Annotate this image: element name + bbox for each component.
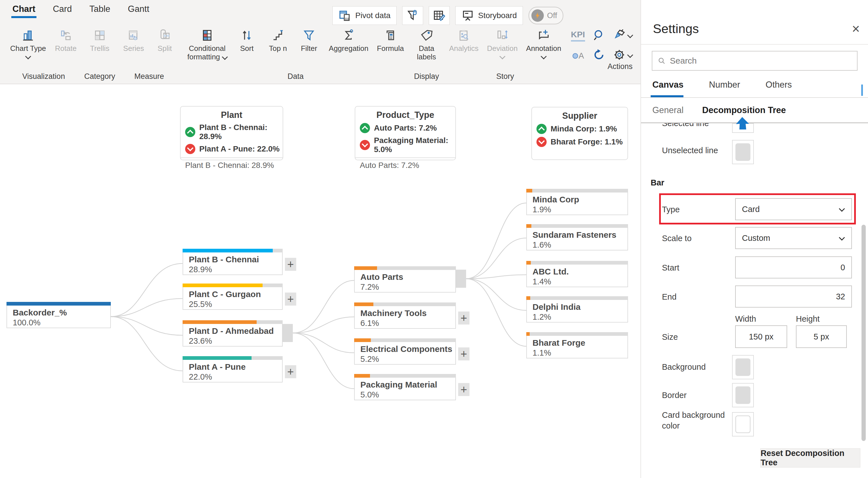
tree-node-packaging-material[interactable]: Packaging Material 5.0%	[354, 374, 456, 400]
node-bar	[526, 189, 532, 192]
tree-node-machinery-tools[interactable]: Machinery Tools 6.1%	[354, 302, 456, 329]
node-label: Plant A - Pune	[189, 362, 282, 372]
summary-card-supplier[interactable]: Supplier Minda Corp: 1.9% Bharat Forge: …	[531, 107, 628, 160]
bar-section-header: Bar	[651, 178, 664, 187]
tab-canvas[interactable]: Canvas	[652, 80, 683, 90]
summary-up-text: Auto Parts: 7.2%	[374, 123, 437, 132]
panel-scrollbar[interactable]	[862, 225, 866, 441]
collapse-handle[interactable]	[456, 270, 466, 288]
node-bar	[354, 302, 373, 306]
tree-node-root[interactable]: Backorder_% 100.0%	[6, 302, 111, 328]
size-label: Size	[662, 332, 678, 342]
tree-node-minda-corp[interactable]: Minda Corp 1.9%	[526, 189, 628, 215]
reset-button-label: Reset Decomposition Tree	[761, 449, 860, 467]
width-value: 150 px	[749, 332, 773, 341]
node-value: 6.1%	[360, 319, 455, 328]
node-label: Machinery Tools	[360, 308, 455, 318]
tree-node-bharat-forge[interactable]: Bharat Forge 1.1%	[526, 332, 628, 358]
divider	[181, 157, 283, 158]
settings-search-input[interactable]: Search	[652, 51, 858, 71]
reset-decomposition-tree-button[interactable]: Reset Decomposition Tree	[760, 448, 860, 468]
node-value: 1.2%	[532, 312, 627, 322]
node-value: 25.5%	[189, 300, 282, 309]
divider	[641, 97, 868, 98]
width-header: Width	[735, 314, 756, 324]
expand-button[interactable]	[285, 293, 296, 305]
summary-up-text: Plant B - Chennai: 28.9%	[199, 123, 283, 141]
expand-button[interactable]	[458, 383, 469, 396]
tab-number[interactable]: Number	[709, 80, 740, 90]
summary-card-product-type[interactable]: Product_Type Auto Parts: 7.2% Packaging …	[355, 106, 456, 160]
scale-to-label: Scale to	[662, 234, 692, 243]
node-label: Plant C - Gurgaon	[189, 290, 282, 299]
tree-node-auto-parts[interactable]: Auto Parts 7.2%	[354, 266, 456, 293]
scale-to-dropdown[interactable]: Custom	[735, 227, 852, 249]
tree-node-plant-a[interactable]: Plant A - Pune 22.0%	[183, 356, 283, 383]
node-label: Sundaram Fasteners	[532, 230, 627, 240]
node-label: ABC Ltd.	[532, 267, 627, 276]
chevron-down-icon	[839, 235, 845, 241]
height-input[interactable]: 5 px	[796, 325, 847, 348]
divider	[355, 157, 455, 158]
width-input[interactable]: 150 px	[735, 325, 787, 348]
unselected-line-swatch[interactable]	[732, 140, 754, 164]
type-dropdown[interactable]: Card	[735, 198, 852, 220]
node-bar	[354, 338, 371, 342]
active-tab-underline	[651, 95, 683, 97]
border-swatch[interactable]	[732, 383, 754, 407]
background-swatch[interactable]	[732, 355, 754, 379]
card-background-label-1: Card background	[662, 411, 725, 420]
node-value: 100.0%	[13, 318, 110, 327]
type-label: Type	[662, 205, 680, 214]
tab-scroll-indicator	[861, 85, 863, 96]
node-bar	[183, 283, 262, 287]
expand-button[interactable]	[285, 258, 296, 271]
end-input[interactable]: 32	[735, 286, 852, 307]
tree-node-plant-d[interactable]: Plant D - Ahmedabad 23.6%	[183, 320, 283, 347]
summary-up-text: Minda Corp: 1.9%	[551, 124, 617, 133]
app-window: Chart Card Table Gantt Pivot data	[0, 0, 868, 478]
summary-down-text: Bharat Forge: 1.1%	[551, 138, 623, 146]
card-background-swatch[interactable]	[732, 412, 754, 437]
tree-node-delphi-india[interactable]: Delphi India 1.2%	[526, 296, 628, 323]
summary-card-title: Product_Type	[355, 110, 455, 120]
tab-others[interactable]: Others	[766, 80, 792, 90]
summary-down-text: Packaging Material: 5.0%	[374, 136, 455, 154]
tree-node-plant-c[interactable]: Plant C - Gurgaon 25.5%	[183, 283, 283, 310]
node-bar	[526, 224, 531, 228]
node-value: 1.6%	[532, 240, 627, 249]
start-input[interactable]: 0	[735, 257, 852, 278]
subtab-decomposition-tree[interactable]: Decomposition Tree	[702, 105, 786, 115]
node-label: Backorder_%	[13, 308, 110, 318]
scale-to-value: Custom	[742, 234, 770, 243]
node-bar	[354, 266, 377, 270]
subtab-general[interactable]: General	[652, 105, 683, 115]
summary-card-plant[interactable]: Plant Plant B - Chennai: 28.9% Plant A -…	[180, 106, 283, 160]
tree-node-plant-b[interactable]: Plant B - Chennai 28.9%	[183, 249, 283, 275]
tree-node-sundaram-fasteners[interactable]: Sundaram Fasteners 1.6%	[526, 224, 628, 250]
tree-node-abc-ltd[interactable]: ABC Ltd. 1.4%	[526, 261, 628, 287]
node-bar	[183, 320, 257, 324]
node-value: 1.9%	[532, 205, 627, 214]
tree-node-electrical-components[interactable]: Electrical Components 5.2%	[354, 338, 456, 365]
expand-button[interactable]	[285, 365, 296, 378]
collapse-handle[interactable]	[283, 324, 293, 342]
close-icon[interactable]	[849, 23, 863, 36]
node-value: 23.6%	[189, 336, 282, 346]
selected-line-row: Selected line	[662, 123, 730, 127]
unselected-line-label: Unselected line	[662, 146, 718, 155]
settings-tabs: Canvas Number Others	[652, 80, 792, 90]
border-label: Border	[662, 391, 686, 400]
type-value: Card	[742, 205, 760, 214]
summary-footer: Plant B - Chennai: 28.9%	[185, 161, 283, 170]
node-label: Plant D - Ahmedabad	[189, 326, 282, 336]
node-bar	[526, 332, 530, 336]
divider	[641, 44, 868, 44]
start-value: 0	[841, 263, 845, 272]
expand-button[interactable]	[458, 311, 469, 325]
node-bar	[526, 261, 531, 265]
end-label: End	[662, 292, 677, 302]
summary-card-title: Supplier	[532, 111, 627, 121]
end-value: 32	[836, 292, 845, 301]
expand-button[interactable]	[458, 348, 469, 360]
